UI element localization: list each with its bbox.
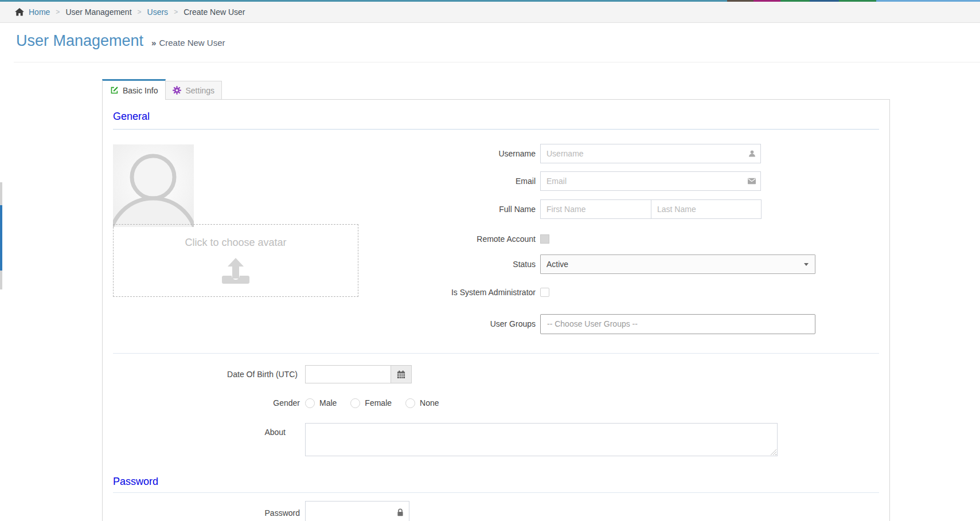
breadcrumb-separator: > [56, 8, 60, 16]
create-new-user-page: Home > User Management > Users > Create … [0, 0, 980, 521]
avatar-dropzone-label: Click to choose avatar [114, 237, 358, 249]
breadcrumb-item[interactable]: Home [29, 7, 50, 17]
status-select[interactable]: Active [540, 254, 815, 274]
section-heading-password: Password [113, 476, 158, 488]
remote-account-checkbox[interactable] [540, 234, 549, 244]
user-groups-label: User Groups [364, 314, 536, 334]
breadcrumb-item: Create New User [183, 7, 245, 17]
gear-icon [173, 86, 181, 95]
radio-male[interactable] [305, 398, 315, 408]
password-input[interactable] [305, 501, 409, 521]
status-selected-value: Active [546, 260, 568, 269]
calendar-button[interactable] [391, 365, 412, 383]
remote-account-label: Remote Account [364, 229, 536, 249]
gender-option-male[interactable]: Male [305, 398, 337, 408]
edit-icon [110, 86, 119, 95]
left-scrollbar-track [0, 182, 2, 205]
full-name-label: Full Name [364, 199, 536, 219]
last-name-input[interactable] [651, 199, 762, 219]
left-scrollbar-thumb[interactable] [0, 205, 2, 271]
is-system-administrator-checkbox[interactable] [540, 288, 549, 297]
username-input[interactable] [540, 144, 761, 163]
chevron-down-icon [804, 263, 809, 266]
section-divider [113, 129, 879, 130]
calendar-icon [397, 370, 405, 379]
avatar-preview [113, 144, 194, 227]
is-system-administrator-label: Is System Administrator [364, 283, 536, 302]
breadcrumb-item: User Management [65, 7, 131, 17]
breadcrumb: Home > User Management > Users > Create … [0, 2, 980, 23]
left-scrollbar-track [0, 271, 2, 289]
tab-settings[interactable]: Settings [166, 81, 222, 99]
date-of-birth-label: Date Of Birth (UTC) [126, 365, 298, 383]
username-label: Username [364, 144, 536, 163]
first-name-input[interactable] [540, 199, 651, 219]
email-label: Email [364, 171, 536, 191]
section-divider [113, 492, 879, 493]
tab-basic-info[interactable]: Basic Info [102, 79, 166, 100]
breadcrumb-home-link[interactable]: Home [15, 7, 50, 17]
home-icon [15, 8, 24, 16]
gender-radio-group: Male Female None [305, 397, 439, 409]
section-heading-general: General [113, 111, 150, 123]
upload-icon [220, 257, 251, 288]
header-divider [14, 62, 980, 62]
breadcrumb-separator: > [174, 8, 178, 16]
radio-female-label[interactable]: Female [365, 398, 392, 408]
email-input[interactable] [540, 171, 761, 191]
page-subtitle: »Create New User [151, 38, 225, 48]
subtitle-text: Create New User [159, 38, 225, 48]
page-title: User Management [16, 32, 143, 50]
page-header: User Management »Create New User [0, 23, 980, 62]
radio-female[interactable] [350, 398, 360, 408]
radio-male-label[interactable]: Male [319, 398, 337, 408]
gender-option-female[interactable]: Female [350, 398, 392, 408]
radio-none[interactable] [405, 398, 415, 408]
form-divider [113, 353, 879, 354]
date-of-birth-input[interactable] [305, 365, 391, 383]
form-panel: General Click to choose avatar [102, 99, 890, 521]
subtitle-marker: » [151, 38, 156, 48]
tab-settings-label: Settings [185, 86, 214, 95]
gender-option-none[interactable]: None [405, 398, 439, 408]
tab-basic-info-label: Basic Info [123, 86, 158, 95]
status-label: Status [364, 254, 536, 274]
form-tabs: Basic Info [102, 79, 222, 100]
radio-none-label[interactable]: None [420, 398, 439, 408]
about-label: About [114, 426, 286, 438]
gender-label: Gender [128, 397, 300, 409]
password-label: Password [128, 503, 300, 521]
user-groups-select[interactable]: -- Choose User Groups -- [540, 314, 815, 334]
breadcrumb-separator: > [138, 8, 142, 16]
about-textarea[interactable] [305, 423, 778, 456]
avatar-dropzone[interactable]: Click to choose avatar [113, 224, 358, 297]
breadcrumb-users-link[interactable]: Users [147, 7, 169, 17]
